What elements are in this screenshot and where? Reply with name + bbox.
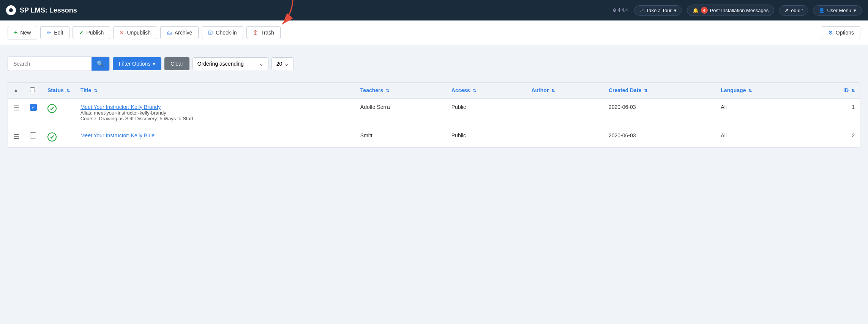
th-teachers[interactable]: Teachers ⇅ [355, 83, 446, 98]
trash-icon: 🗑 [253, 30, 258, 36]
th-access[interactable]: Access ⇅ [446, 83, 526, 98]
user-menu-button[interactable]: 👤 User Menu ▾ [813, 5, 862, 16]
language-cell: All [715, 98, 810, 127]
access-cell: Public [446, 127, 526, 147]
chevron-down-icon: ⌄ [284, 61, 289, 67]
publish-button[interactable]: ✔ Publish [73, 26, 110, 39]
main-content: 🔍 Filter Options ▾ Clear Ordering ascend… [0, 45, 868, 154]
external-link-button[interactable]: ↗ edulif [779, 5, 808, 16]
title-cell: Meet Your Instructor: Kelly Blue [75, 127, 355, 147]
status-cell[interactable]: ✔ [42, 98, 75, 127]
drag-cell[interactable]: ☰ [8, 98, 25, 127]
th-status[interactable]: Status ⇅ [42, 83, 75, 98]
created-date-cell: 2020-06-03 [603, 127, 715, 147]
plus-icon: + [14, 29, 17, 36]
sort-icon: ⇅ [551, 88, 555, 93]
clear-button[interactable]: Clear [164, 57, 189, 70]
sort-icon: ⇅ [66, 88, 70, 93]
trash-area: 🗑 Trash [246, 26, 281, 39]
edit-icon: ✏ [47, 30, 51, 36]
toolbar: + New ✏ Edit ✔ Publish ✕ Unpublish 🗂 Arc… [0, 20, 868, 45]
lesson-link[interactable]: Meet Your Instructor: Kelly Blue [80, 132, 155, 138]
th-checkbox[interactable] [25, 83, 42, 98]
checkin-icon: ☑ [208, 30, 213, 36]
th-language[interactable]: Language ⇅ [715, 83, 810, 98]
published-status-icon[interactable]: ✔ [47, 104, 57, 113]
th-author[interactable]: Author ⇅ [526, 83, 603, 98]
tour-icon: ⇌ [640, 8, 644, 13]
select-all-checkbox[interactable] [30, 87, 35, 92]
status-cell[interactable]: ✔ [42, 127, 75, 147]
lesson-alias: Alias: meet-your-instructor-kelly-brandy [80, 110, 350, 116]
th-title[interactable]: Title ⇅ [75, 83, 355, 98]
drag-cell[interactable]: ☰ [8, 127, 25, 147]
options-button[interactable]: ⚙ Options [822, 26, 860, 39]
sort-icon: ⇅ [473, 88, 476, 93]
archive-button[interactable]: 🗂 Archive [160, 26, 199, 39]
sort-icon: ⇅ [748, 88, 752, 93]
trash-button[interactable]: 🗑 Trash [246, 26, 281, 39]
row-checkbox[interactable]: ✓ [30, 104, 37, 111]
new-button[interactable]: + New [8, 26, 37, 39]
sort-icon: ⇅ [644, 88, 647, 93]
row-checkbox[interactable] [30, 132, 36, 138]
lesson-link[interactable]: Meet Your Instructor: Kelly Brandy [80, 104, 161, 110]
per-page-select[interactable]: 20 ⌄ [271, 57, 294, 70]
app-logo: SP LMS: Lessons [6, 5, 77, 15]
chevron-down-icon: ▾ [674, 8, 677, 13]
sort-icon: ⇅ [851, 88, 855, 93]
search-button[interactable]: 🔍 [92, 57, 109, 71]
joomla-version: ⚙ 4.4.4 [612, 8, 628, 13]
drag-handle-icon[interactable]: ☰ [13, 104, 19, 112]
table-header-row: ▲ Status ⇅ Title ⇅ Teachers ⇅ [8, 83, 860, 98]
lesson-course: Course: Drawing as Self-Discovery: 5 Way… [80, 116, 350, 121]
unpublish-button[interactable]: ✕ Unpublish [113, 26, 157, 39]
access-cell: Public [446, 98, 526, 127]
archive-icon: 🗂 [167, 30, 172, 36]
checkbox-cell[interactable] [25, 127, 42, 147]
th-id[interactable]: ID ⇅ [810, 83, 860, 98]
author-cell [526, 98, 603, 127]
filter-bar: 🔍 Filter Options ▾ Clear Ordering ascend… [8, 51, 860, 76]
notifications-button[interactable]: 🔔 4 Post Installation Messages [687, 5, 775, 16]
table-row: ☰ ✔ Meet Your Instructor: Kelly Blue Smi… [8, 127, 860, 147]
th-created-date[interactable]: Created Date ⇅ [603, 83, 715, 98]
title-cell: Meet Your Instructor: Kelly Brandy Alias… [75, 98, 355, 127]
checkmark-icon: ✔ [79, 30, 84, 36]
id-cell: 1 [810, 98, 860, 127]
lessons-table: ▲ Status ⇅ Title ⇅ Teachers ⇅ [8, 82, 860, 148]
external-link-icon: ↗ [784, 8, 789, 13]
chevron-down-icon: ⌄ [259, 61, 264, 67]
checkbox-cell[interactable]: ✓ [25, 98, 42, 127]
checkin-button[interactable]: ☑ Check-in [202, 26, 243, 39]
notification-badge: 4 [701, 7, 708, 14]
search-icon: 🔍 [97, 60, 104, 67]
search-input[interactable] [8, 58, 92, 70]
filter-options-button[interactable]: Filter Options ▾ [113, 57, 161, 70]
chevron-down-icon: ▾ [854, 8, 856, 13]
search-wrapper: 🔍 [8, 57, 110, 71]
published-status-icon[interactable]: ✔ [47, 132, 57, 142]
app-title: SP LMS: Lessons [20, 6, 77, 14]
created-date-cell: 2020-06-03 [603, 98, 715, 127]
teachers-cell: Smitt [355, 127, 446, 147]
id-cell: 2 [810, 127, 860, 147]
take-a-tour-button[interactable]: ⇌ Take a Tour ▾ [634, 5, 682, 16]
sort-icon: ⇅ [94, 88, 97, 93]
logo-circle [6, 5, 16, 15]
th-drag: ▲ [8, 83, 25, 98]
x-icon: ✕ [120, 30, 124, 36]
teachers-cell: Adolfo Serra [355, 98, 446, 127]
chevron-down-icon: ▾ [153, 61, 155, 67]
bell-icon: 🔔 [693, 8, 699, 13]
user-icon: 👤 [819, 8, 825, 13]
language-cell: All [715, 127, 810, 147]
sort-icon: ⇅ [386, 88, 389, 93]
author-cell [526, 127, 603, 147]
gear-icon: ⚙ [828, 30, 833, 36]
ordering-select[interactable]: Ordering ascending ⌄ [193, 57, 268, 70]
edit-button[interactable]: ✏ Edit [40, 26, 69, 39]
drag-handle-icon[interactable]: ☰ [13, 133, 19, 140]
table-row: ☰ ✓ ✔ Meet Your Instructor: Kelly Brandy… [8, 98, 860, 127]
header: SP LMS: Lessons ⚙ 4.4.4 ⇌ Take a Tour ▾ … [0, 0, 868, 20]
